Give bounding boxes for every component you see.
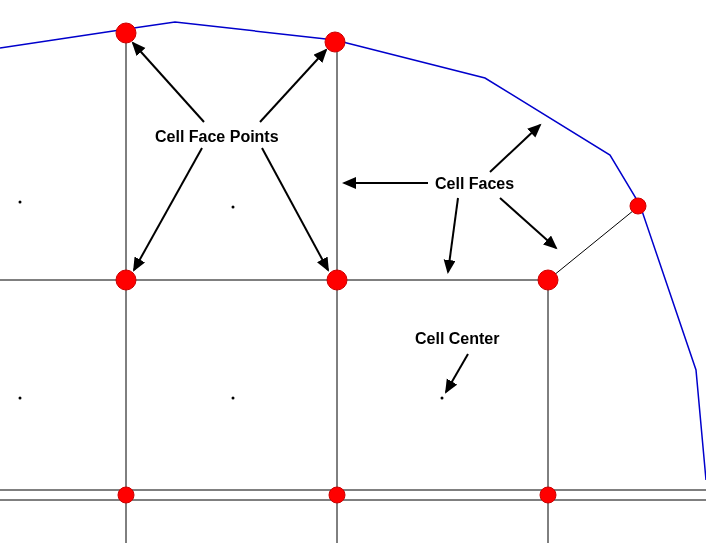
arrow-cfp-3: [134, 148, 202, 270]
arrow-cf-2: [490, 125, 540, 172]
cell-center-dot: [19, 397, 22, 400]
label-cell-center: Cell Center: [415, 330, 499, 348]
cell-face-point-node: [116, 23, 136, 43]
cell-face-point-node: [116, 270, 136, 290]
cell-face-point-node: [329, 487, 345, 503]
arrow-cc-1: [446, 354, 468, 392]
arrow-cf-3: [448, 198, 458, 272]
cell-face-point-node: [118, 487, 134, 503]
arrow-cfp-1: [133, 43, 204, 122]
boundary-curve: [0, 22, 706, 480]
cell-face-point-node: [325, 32, 345, 52]
arrow-cf-4: [500, 198, 556, 248]
cell-center-dot: [19, 201, 22, 204]
cell-face-point-node: [327, 270, 347, 290]
cell-center-dot: [441, 397, 444, 400]
cell-face-point-node: [540, 487, 556, 503]
mesh-diagram: [0, 0, 706, 543]
arrow-cfp-2: [260, 50, 326, 122]
cell-center-dot: [232, 206, 235, 209]
label-cell-faces: Cell Faces: [435, 175, 514, 193]
arrow-cfp-4: [262, 148, 328, 270]
label-cell-face-points: Cell Face Points: [155, 128, 279, 146]
cell-face-point-node: [538, 270, 558, 290]
cell-center-dot: [232, 397, 235, 400]
grid-diagonal-1: [548, 206, 639, 280]
cell-face-point-node: [630, 198, 646, 214]
